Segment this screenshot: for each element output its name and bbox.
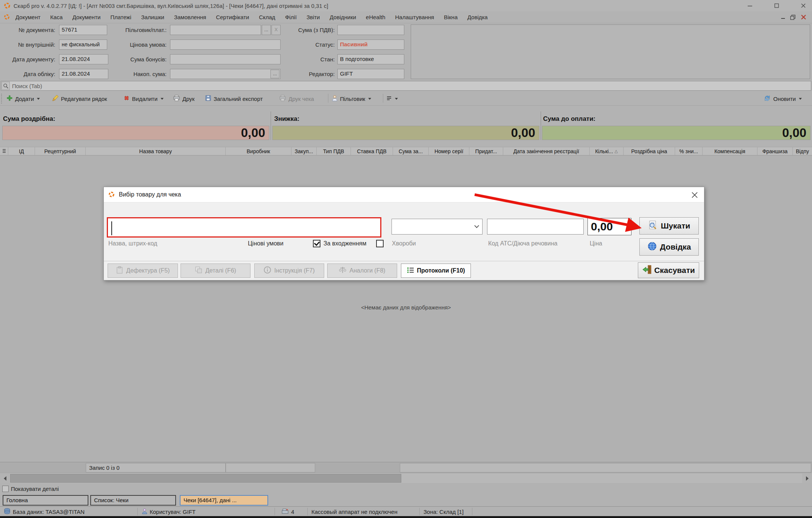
record-cell (400, 463, 811, 472)
database-icon (4, 508, 11, 516)
close-button[interactable] (795, 0, 812, 11)
by-entry-checkbox[interactable] (313, 240, 320, 247)
record-count-bar: Запис 0 із 0 (0, 462, 812, 473)
column-header-id[interactable]: ІД (8, 147, 35, 155)
cancel-button[interactable]: Скасувати (638, 262, 699, 278)
price-label: Ціна (590, 240, 602, 247)
maximize-button[interactable] (768, 0, 785, 11)
beneficiary-field[interactable] (170, 25, 261, 35)
menu-ehealth[interactable]: eHealth (361, 14, 390, 20)
column-header-discount-pct[interactable]: % зни... (675, 147, 703, 155)
status-value: Пасивний (337, 40, 404, 50)
price-input[interactable]: 0,00 (587, 218, 631, 235)
search-bar[interactable]: Поиск (Tab) (1, 81, 811, 91)
status-separator (307, 508, 308, 515)
tab-home[interactable]: Головна (3, 495, 88, 506)
column-header-product-name[interactable]: Назва товару (86, 147, 226, 155)
search-input[interactable]: Поиск (Tab) (12, 83, 42, 89)
menu-help[interactable]: Довідка (463, 14, 493, 20)
column-header-registration-end[interactable]: Дата закінчення реєстрації (503, 147, 590, 155)
analogs-button: Аналоги (F8) (327, 264, 397, 278)
diseases-checkbox[interactable] (376, 240, 384, 247)
column-header-franchise[interactable]: Франшиза (757, 147, 793, 155)
right-arrow-icon (806, 476, 809, 481)
mdi-restore-icon[interactable] (790, 14, 797, 22)
help-button[interactable]: Довідка (639, 238, 699, 256)
status-separator (419, 508, 420, 515)
tab-receipts-active[interactable]: Чеки [64647], дані ... (180, 495, 268, 506)
product-search-input[interactable] (107, 217, 381, 238)
scrollbar-thumb[interactable] (10, 474, 401, 483)
dialog-close-icon[interactable] (691, 191, 699, 199)
search-button[interactable]: Шукати (639, 217, 699, 235)
show-details-checkbox[interactable] (2, 486, 9, 492)
beneficiary-button[interactable]: Пільговик (332, 93, 371, 104)
column-header-prescription[interactable]: Рецептурний (35, 147, 86, 155)
atc-input[interactable] (487, 219, 584, 235)
column-header-dispense[interactable]: Відпу (793, 147, 812, 155)
export-button[interactable]: Загальний експорт (205, 93, 263, 104)
menu-stock[interactable]: Залишки (136, 14, 169, 20)
to-pay-value: 0,00 (542, 126, 810, 140)
column-header-vat-rate[interactable]: Ставка ПДВ (351, 147, 393, 155)
menu-windows[interactable]: Вікна (439, 14, 463, 20)
column-header-manufacturer[interactable]: Виробник (226, 147, 291, 155)
price-terms-combo[interactable] (392, 219, 483, 235)
protocols-button[interactable]: Протоколи (F10) (401, 264, 471, 278)
column-header-sum[interactable]: Сума за... (393, 147, 429, 155)
column-header-expiry[interactable]: Придат... (469, 147, 503, 155)
record-count: Запис 0 із 0 (86, 463, 226, 472)
column-header-retail-price[interactable]: Роздрібна ціна (624, 147, 675, 155)
by-entry-label: За входженням (323, 240, 366, 247)
column-header-purchase[interactable]: Закуп... (291, 147, 317, 155)
show-details-row: Показувати деталі (0, 483, 812, 494)
dropdown-caret-icon (395, 98, 398, 100)
scroll-right-button[interactable] (802, 474, 812, 483)
edit-row-button[interactable]: Редагувати рядок (52, 93, 107, 104)
app-logo-icon (4, 14, 11, 21)
person-icon (332, 95, 338, 102)
toolbar-separator (328, 94, 328, 103)
view-options-button[interactable] (387, 93, 398, 104)
pencil-icon (52, 95, 59, 103)
text-caret (111, 221, 112, 235)
menu-orders[interactable]: Замовлення (169, 14, 211, 20)
cash-register-icon (281, 508, 289, 515)
user-icon (142, 508, 147, 515)
menu-payments[interactable]: Платежі (105, 14, 136, 20)
instruction-button: Інструкція (F7) (254, 264, 324, 278)
screen-edge (0, 516, 812, 518)
printer-icon (173, 95, 180, 102)
green-list-icon (407, 267, 414, 275)
print-button[interactable]: Друк (173, 93, 194, 104)
menu-directories[interactable]: Довідники (325, 14, 361, 20)
mdi-close-icon[interactable] (800, 14, 807, 22)
tab-list-receipts[interactable]: Список: Чеки (90, 495, 176, 506)
menu-settings[interactable]: Налаштування (390, 14, 439, 20)
menu-branches[interactable]: Філії (280, 14, 302, 20)
column-header-series[interactable]: Номер серії (429, 147, 469, 155)
dialog-title-bar: Вибір товару для чека (104, 187, 704, 203)
add-button[interactable]: Додати (6, 93, 40, 104)
menu-kasa[interactable]: Каса (46, 14, 68, 20)
menu-reports[interactable]: Звіти (302, 14, 325, 20)
column-header-quantity[interactable]: Кількі...△ (590, 147, 624, 155)
column-header-compensation[interactable]: Компенсація (703, 147, 757, 155)
sum-vat-field[interactable] (337, 25, 404, 35)
window-title: Скарб pro v. 4.0.2.77 [ІД: !] - [Апт №00… (14, 3, 328, 9)
show-details-label: Показувати деталі (11, 486, 59, 492)
delete-button[interactable]: Видалити (123, 93, 164, 104)
menu-documents[interactable]: Документи (67, 14, 105, 20)
horizontal-scrollbar[interactable] (0, 473, 812, 483)
menu-warehouse[interactable]: Склад (254, 14, 280, 20)
scroll-left-button[interactable] (0, 474, 10, 483)
column-header-vat-type[interactable]: Тип ПДВ (317, 147, 351, 155)
status-separator (275, 508, 275, 515)
refresh-button[interactable]: Оновити (763, 93, 802, 104)
product-select-dialog: Вибір товару для чека 0,00 Шукати Довідк… (103, 187, 704, 280)
totals-divider (270, 111, 271, 140)
menu-certificates[interactable]: Сертифікати (211, 14, 254, 20)
menu-document[interactable]: Документ (11, 14, 46, 20)
mdi-minimize-icon[interactable] (780, 14, 787, 22)
minimize-button[interactable] (742, 0, 758, 11)
